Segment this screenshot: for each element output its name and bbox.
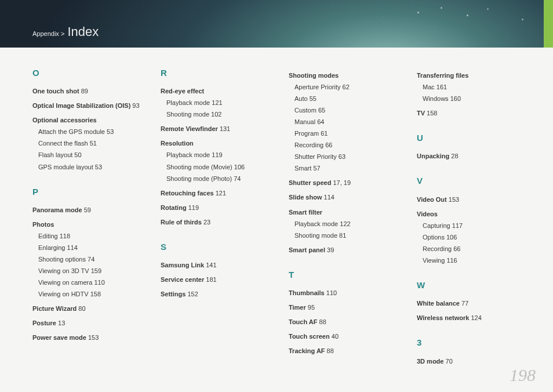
index-entry[interactable]: Smart filter	[289, 208, 401, 217]
entry-page: 70	[443, 358, 452, 365]
index-subentry[interactable]: Aperture Priority 62	[294, 82, 401, 92]
index-subentry[interactable]: Recording 66	[423, 244, 529, 254]
index-subentry[interactable]: GPS module layout 53	[38, 162, 144, 172]
index-entry[interactable]: Wireless network 124	[417, 313, 529, 323]
index-entry[interactable]: Posture 13	[32, 318, 144, 328]
index-entry[interactable]: Optional accessories	[32, 115, 144, 125]
entry-page: 74	[232, 175, 241, 182]
index-subentry[interactable]: Editing 118	[38, 231, 144, 241]
entry-page: 62	[340, 84, 349, 90]
entry-label: Service center	[161, 276, 204, 283]
index-entry[interactable]: Service center 181	[161, 275, 272, 285]
entry-label: Posture	[32, 320, 56, 326]
entry-page: 81	[337, 232, 346, 239]
entry-page: 181	[204, 276, 216, 283]
breadcrumb-section: Appendix >	[32, 30, 64, 37]
index-entry[interactable]: Touch screen 40	[289, 332, 401, 342]
entry-page: 160	[449, 95, 461, 102]
index-entry[interactable]: Shutter speed 17, 19	[289, 178, 401, 188]
entry-page: 28	[449, 153, 458, 159]
index-subentry[interactable]: Shutter Priority 63	[294, 152, 401, 162]
index-subentry[interactable]: Options 106	[423, 233, 529, 242]
index-entry[interactable]: Tracking AF 88	[289, 346, 401, 356]
entry-label: Samsung Link	[161, 262, 204, 268]
index-entry[interactable]: Settings 152	[161, 289, 272, 299]
index-entry[interactable]: Unpacking 28	[417, 151, 529, 161]
index-entry[interactable]: Rule of thirds 23	[161, 217, 272, 227]
index-subentry[interactable]: Smart 57	[294, 164, 401, 173]
index-letter: S	[161, 240, 272, 253]
entry-page: 106	[445, 234, 457, 241]
index-content: OOne touch shot 89Optical Image Stabiliz…	[0, 48, 553, 366]
entry-label: Touch screen	[289, 333, 330, 340]
entry-page: 66	[323, 141, 332, 148]
entry-label: Shooting mode	[166, 111, 209, 118]
index-entry[interactable]: Timer 95	[289, 303, 401, 313]
index-subentry[interactable]: Viewing 116	[423, 256, 529, 266]
index-entry[interactable]: Samsung Link 141	[161, 260, 272, 270]
index-entry[interactable]: Red-eye effect	[161, 86, 272, 96]
index-entry[interactable]: Transferring files	[417, 71, 529, 81]
index-entry[interactable]: Retouching faces 121	[161, 188, 272, 198]
index-entry[interactable]: Optical Image Stabilization (OIS) 93	[32, 101, 144, 111]
entry-label: Transferring files	[417, 72, 468, 79]
index-entry[interactable]: Resolution	[161, 139, 272, 148]
entry-page: 23	[202, 219, 210, 226]
index-entry[interactable]: Power save mode 153	[32, 333, 144, 343]
index-subentry[interactable]: Viewing on HDTV 158	[38, 289, 144, 299]
index-subentry[interactable]: Flash layout 50	[38, 150, 144, 160]
index-subentry[interactable]: Viewing on camera 110	[38, 278, 144, 288]
index-subentry[interactable]: Capturing 117	[423, 221, 529, 231]
entry-label: Slide show	[289, 194, 322, 201]
entry-page: 159	[89, 267, 101, 274]
entry-label: Rotating	[161, 204, 187, 211]
index-entry[interactable]: Shooting modes	[289, 71, 401, 81]
index-subentry[interactable]: Playback mode 122	[294, 219, 401, 229]
index-entry[interactable]: TV 158	[417, 108, 529, 118]
index-subentry[interactable]: Auto 55	[294, 94, 401, 104]
index-entry[interactable]: Remote Viewfinder 131	[161, 124, 272, 134]
index-letter: T	[289, 268, 401, 281]
index-subentry[interactable]: Shooting mode (Movie) 106	[166, 162, 272, 172]
entry-label: Panorama mode	[32, 206, 82, 213]
index-entry[interactable]: Touch AF 88	[289, 317, 401, 327]
index-subentry[interactable]: Custom 65	[294, 106, 401, 115]
index-subentry[interactable]: Shooting mode 102	[166, 110, 272, 119]
index-entry[interactable]: Rotating 119	[161, 203, 272, 213]
index-letter: U	[417, 131, 529, 144]
entry-label: Flash layout	[38, 151, 72, 158]
index-entry[interactable]: White balance 77	[417, 299, 529, 308]
entry-page: 122	[338, 220, 350, 227]
entry-label: Optical Image Stabilization (OIS)	[32, 102, 130, 109]
index-subentry[interactable]: Playback mode 119	[166, 150, 272, 160]
index-subentry[interactable]: Playback mode 121	[166, 98, 272, 108]
index-letter: 3	[417, 336, 529, 349]
index-subentry[interactable]: Program 61	[294, 129, 401, 139]
entry-page: 93	[130, 102, 139, 109]
index-entry[interactable]: Video Out 153	[417, 195, 529, 205]
index-entry[interactable]: Smart panel 39	[289, 245, 401, 255]
index-subentry[interactable]: Manual 64	[294, 117, 401, 127]
index-subentry[interactable]: Viewing on 3D TV 159	[38, 266, 144, 276]
entry-label: Settings	[161, 291, 185, 297]
entry-label: Editing	[38, 233, 58, 239]
index-subentry[interactable]: Shooting options 74	[38, 255, 144, 264]
index-letter: P	[32, 185, 144, 198]
index-subentry[interactable]: Enlarging 114	[38, 243, 144, 253]
index-subentry[interactable]: Windows 160	[423, 94, 529, 104]
index-entry[interactable]: Panorama mode 59	[32, 205, 144, 215]
index-subentry[interactable]: Shooting mode 81	[294, 231, 401, 241]
index-subentry[interactable]: Attach the GPS module 53	[38, 127, 144, 137]
index-entry[interactable]: Picture Wizard 80	[32, 304, 144, 314]
index-entry[interactable]: Thumbnails 110	[289, 288, 401, 298]
index-entry[interactable]: Videos	[417, 209, 529, 219]
index-subentry[interactable]: Mac 161	[423, 82, 529, 92]
index-subentry[interactable]: Connect the flash 51	[38, 139, 144, 148]
index-subentry[interactable]: Recording 66	[294, 140, 401, 150]
index-entry[interactable]: Slide show 114	[289, 193, 401, 202]
index-subentry[interactable]: Shooting mode (Photo) 74	[166, 174, 272, 184]
index-entry[interactable]: One touch shot 89	[32, 86, 144, 96]
entry-page: 53	[105, 128, 114, 135]
index-entry[interactable]: Photos	[32, 220, 144, 230]
entry-label: Shutter speed	[289, 179, 331, 186]
